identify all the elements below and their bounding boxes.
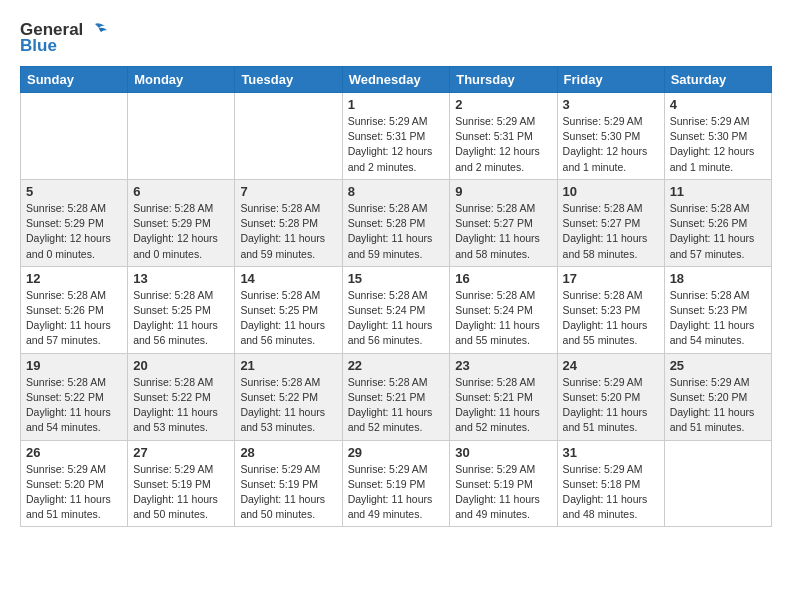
calendar-cell: 24Sunrise: 5:29 AM Sunset: 5:20 PM Dayli… [557, 353, 664, 440]
calendar-cell: 6Sunrise: 5:28 AM Sunset: 5:29 PM Daylig… [128, 179, 235, 266]
calendar-cell: 8Sunrise: 5:28 AM Sunset: 5:28 PM Daylig… [342, 179, 450, 266]
calendar-cell: 16Sunrise: 5:28 AM Sunset: 5:24 PM Dayli… [450, 266, 557, 353]
day-info: Sunrise: 5:28 AM Sunset: 5:29 PM Dayligh… [26, 201, 122, 262]
calendar-cell: 17Sunrise: 5:28 AM Sunset: 5:23 PM Dayli… [557, 266, 664, 353]
calendar-cell: 3Sunrise: 5:29 AM Sunset: 5:30 PM Daylig… [557, 93, 664, 180]
day-number: 28 [240, 445, 336, 460]
calendar-table: SundayMondayTuesdayWednesdayThursdayFrid… [20, 66, 772, 527]
day-info: Sunrise: 5:28 AM Sunset: 5:25 PM Dayligh… [133, 288, 229, 349]
day-info: Sunrise: 5:29 AM Sunset: 5:18 PM Dayligh… [563, 462, 659, 523]
day-number: 4 [670, 97, 766, 112]
day-number: 13 [133, 271, 229, 286]
day-info: Sunrise: 5:29 AM Sunset: 5:20 PM Dayligh… [563, 375, 659, 436]
day-number: 2 [455, 97, 551, 112]
day-number: 7 [240, 184, 336, 199]
calendar-cell: 31Sunrise: 5:29 AM Sunset: 5:18 PM Dayli… [557, 440, 664, 527]
day-info: Sunrise: 5:28 AM Sunset: 5:23 PM Dayligh… [670, 288, 766, 349]
day-number: 22 [348, 358, 445, 373]
day-number: 16 [455, 271, 551, 286]
calendar-cell [128, 93, 235, 180]
calendar-header-row: SundayMondayTuesdayWednesdayThursdayFrid… [21, 67, 772, 93]
calendar-cell: 15Sunrise: 5:28 AM Sunset: 5:24 PM Dayli… [342, 266, 450, 353]
day-info: Sunrise: 5:29 AM Sunset: 5:19 PM Dayligh… [133, 462, 229, 523]
day-number: 8 [348, 184, 445, 199]
day-info: Sunrise: 5:28 AM Sunset: 5:26 PM Dayligh… [670, 201, 766, 262]
col-header-friday: Friday [557, 67, 664, 93]
day-info: Sunrise: 5:28 AM Sunset: 5:24 PM Dayligh… [455, 288, 551, 349]
day-info: Sunrise: 5:28 AM Sunset: 5:27 PM Dayligh… [563, 201, 659, 262]
calendar-week-row: 1Sunrise: 5:29 AM Sunset: 5:31 PM Daylig… [21, 93, 772, 180]
day-number: 27 [133, 445, 229, 460]
day-info: Sunrise: 5:28 AM Sunset: 5:29 PM Dayligh… [133, 201, 229, 262]
day-number: 5 [26, 184, 122, 199]
day-info: Sunrise: 5:29 AM Sunset: 5:31 PM Dayligh… [455, 114, 551, 175]
calendar-cell: 23Sunrise: 5:28 AM Sunset: 5:21 PM Dayli… [450, 353, 557, 440]
day-info: Sunrise: 5:29 AM Sunset: 5:20 PM Dayligh… [670, 375, 766, 436]
calendar-cell: 13Sunrise: 5:28 AM Sunset: 5:25 PM Dayli… [128, 266, 235, 353]
day-number: 24 [563, 358, 659, 373]
col-header-saturday: Saturday [664, 67, 771, 93]
day-info: Sunrise: 5:28 AM Sunset: 5:21 PM Dayligh… [348, 375, 445, 436]
calendar-cell [235, 93, 342, 180]
day-number: 25 [670, 358, 766, 373]
day-info: Sunrise: 5:29 AM Sunset: 5:19 PM Dayligh… [348, 462, 445, 523]
day-number: 30 [455, 445, 551, 460]
col-header-thursday: Thursday [450, 67, 557, 93]
day-info: Sunrise: 5:29 AM Sunset: 5:31 PM Dayligh… [348, 114, 445, 175]
day-number: 31 [563, 445, 659, 460]
day-number: 20 [133, 358, 229, 373]
day-info: Sunrise: 5:29 AM Sunset: 5:30 PM Dayligh… [670, 114, 766, 175]
day-info: Sunrise: 5:28 AM Sunset: 5:28 PM Dayligh… [348, 201, 445, 262]
calendar-cell: 21Sunrise: 5:28 AM Sunset: 5:22 PM Dayli… [235, 353, 342, 440]
day-number: 26 [26, 445, 122, 460]
calendar-cell: 29Sunrise: 5:29 AM Sunset: 5:19 PM Dayli… [342, 440, 450, 527]
day-info: Sunrise: 5:29 AM Sunset: 5:30 PM Dayligh… [563, 114, 659, 175]
day-number: 19 [26, 358, 122, 373]
day-number: 6 [133, 184, 229, 199]
calendar-cell: 25Sunrise: 5:29 AM Sunset: 5:20 PM Dayli… [664, 353, 771, 440]
day-info: Sunrise: 5:29 AM Sunset: 5:19 PM Dayligh… [240, 462, 336, 523]
day-number: 12 [26, 271, 122, 286]
day-number: 10 [563, 184, 659, 199]
day-number: 17 [563, 271, 659, 286]
calendar-cell [664, 440, 771, 527]
calendar-cell: 22Sunrise: 5:28 AM Sunset: 5:21 PM Dayli… [342, 353, 450, 440]
calendar-cell: 11Sunrise: 5:28 AM Sunset: 5:26 PM Dayli… [664, 179, 771, 266]
day-info: Sunrise: 5:28 AM Sunset: 5:21 PM Dayligh… [455, 375, 551, 436]
day-info: Sunrise: 5:28 AM Sunset: 5:25 PM Dayligh… [240, 288, 336, 349]
day-number: 14 [240, 271, 336, 286]
calendar-cell: 2Sunrise: 5:29 AM Sunset: 5:31 PM Daylig… [450, 93, 557, 180]
day-info: Sunrise: 5:28 AM Sunset: 5:26 PM Dayligh… [26, 288, 122, 349]
day-number: 15 [348, 271, 445, 286]
page-header: General Blue [20, 20, 772, 56]
day-number: 1 [348, 97, 445, 112]
calendar-cell: 18Sunrise: 5:28 AM Sunset: 5:23 PM Dayli… [664, 266, 771, 353]
calendar-cell: 14Sunrise: 5:28 AM Sunset: 5:25 PM Dayli… [235, 266, 342, 353]
calendar-week-row: 19Sunrise: 5:28 AM Sunset: 5:22 PM Dayli… [21, 353, 772, 440]
col-header-monday: Monday [128, 67, 235, 93]
calendar-cell: 12Sunrise: 5:28 AM Sunset: 5:26 PM Dayli… [21, 266, 128, 353]
day-number: 11 [670, 184, 766, 199]
day-info: Sunrise: 5:28 AM Sunset: 5:28 PM Dayligh… [240, 201, 336, 262]
calendar-cell: 26Sunrise: 5:29 AM Sunset: 5:20 PM Dayli… [21, 440, 128, 527]
logo-bird-icon [85, 22, 107, 38]
day-info: Sunrise: 5:29 AM Sunset: 5:20 PM Dayligh… [26, 462, 122, 523]
calendar-cell: 19Sunrise: 5:28 AM Sunset: 5:22 PM Dayli… [21, 353, 128, 440]
calendar-cell: 1Sunrise: 5:29 AM Sunset: 5:31 PM Daylig… [342, 93, 450, 180]
calendar-cell: 9Sunrise: 5:28 AM Sunset: 5:27 PM Daylig… [450, 179, 557, 266]
logo: General Blue [20, 20, 107, 56]
day-info: Sunrise: 5:29 AM Sunset: 5:19 PM Dayligh… [455, 462, 551, 523]
logo-blue: Blue [20, 36, 57, 56]
day-info: Sunrise: 5:28 AM Sunset: 5:22 PM Dayligh… [133, 375, 229, 436]
calendar-cell [21, 93, 128, 180]
calendar-week-row: 5Sunrise: 5:28 AM Sunset: 5:29 PM Daylig… [21, 179, 772, 266]
calendar-cell: 5Sunrise: 5:28 AM Sunset: 5:29 PM Daylig… [21, 179, 128, 266]
day-number: 3 [563, 97, 659, 112]
day-number: 29 [348, 445, 445, 460]
calendar-cell: 27Sunrise: 5:29 AM Sunset: 5:19 PM Dayli… [128, 440, 235, 527]
calendar-cell: 10Sunrise: 5:28 AM Sunset: 5:27 PM Dayli… [557, 179, 664, 266]
calendar-cell: 4Sunrise: 5:29 AM Sunset: 5:30 PM Daylig… [664, 93, 771, 180]
day-number: 18 [670, 271, 766, 286]
calendar-week-row: 26Sunrise: 5:29 AM Sunset: 5:20 PM Dayli… [21, 440, 772, 527]
calendar-cell: 7Sunrise: 5:28 AM Sunset: 5:28 PM Daylig… [235, 179, 342, 266]
